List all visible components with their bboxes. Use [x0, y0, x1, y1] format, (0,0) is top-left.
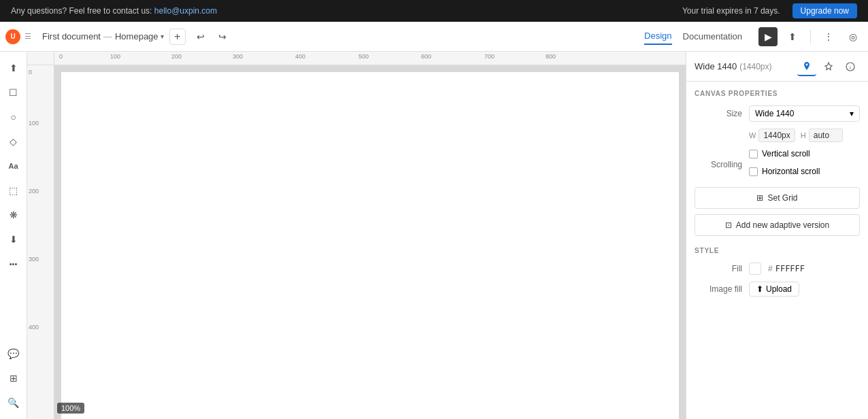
size-label: Size	[695, 109, 742, 118]
info-panel-tab[interactable]: i	[841, 57, 860, 76]
canvas-body: 0 100 200 300 400 100%	[27, 65, 686, 419]
ruler-row: 0 100 200 300 400 500 600 700 800	[27, 52, 686, 65]
canvas-size-label: Wide 1440	[695, 61, 737, 71]
play-button[interactable]: ▶	[758, 27, 778, 46]
grid-icon: ⊞	[756, 193, 763, 203]
ellipse-icon[interactable]: ○	[3, 106, 24, 128]
contact-email-link[interactable]: hello@uxpin.com	[154, 6, 217, 16]
separator	[810, 30, 811, 44]
style-section-title: STYLE	[695, 247, 860, 254]
panel-tabs: i	[797, 57, 860, 76]
comments-icon[interactable]: 💬	[3, 343, 24, 365]
preview-button[interactable]: ◎	[844, 27, 863, 46]
top-notification-bar: Any questions? Feel free to contact us: …	[0, 0, 868, 22]
horizontal-ruler: 0 100 200 300 400 500 600 700 800	[54, 52, 686, 65]
interactions-panel-tab[interactable]	[819, 57, 838, 76]
undo-button[interactable]: ↩	[191, 27, 210, 46]
design-nav-tab[interactable]: Design	[644, 28, 671, 45]
add-adaptive-label: Add new adaptive version	[736, 220, 829, 230]
vertical-scroll-checkbox[interactable]	[749, 150, 758, 158]
undo-redo-group: ↩ ↪	[191, 27, 232, 46]
set-grid-button[interactable]: ⊞ Set Grid	[695, 187, 860, 209]
scroll-options: Vertical scroll Horizontal scroll	[749, 149, 820, 180]
style-section: STYLE Fill # FFFFFF Image fill ⬆ Upload	[695, 247, 860, 297]
upgrade-button[interactable]: Upgrade now	[792, 3, 857, 18]
panel-header: Wide 1440 (1440px) i	[686, 52, 868, 82]
layers-icon[interactable]: ⊞	[3, 367, 24, 389]
add-page-button[interactable]: +	[169, 29, 186, 45]
share-button[interactable]: ⬆	[783, 27, 802, 46]
import-icon[interactable]: ⬇	[3, 229, 24, 250]
breadcrumb-separator: —	[103, 31, 112, 41]
height-value[interactable]: auto	[809, 129, 843, 142]
cursor-icon[interactable]: ⬆	[3, 57, 24, 79]
v-ruler-tick: 100	[27, 120, 39, 127]
document-name: First document	[42, 31, 101, 41]
svg-text:i: i	[850, 65, 851, 71]
ruler-tick: 0	[58, 52, 63, 60]
image-fill-property-row: Image fill ⬆ Upload	[695, 282, 860, 297]
image-fill-label: Image fill	[695, 284, 742, 294]
fill-label: Fill	[695, 264, 742, 273]
size-property-row: Size Wide 1440 ▾	[695, 105, 860, 122]
rectangle-icon[interactable]: ☐	[3, 82, 24, 103]
canvas-size-info: Wide 1440 (1440px)	[695, 61, 772, 71]
logo-area: U ☰	[5, 29, 31, 44]
zoom-indicator: 100%	[57, 403, 84, 414]
fill-hash: #	[768, 264, 773, 273]
v-ruler-tick: 0	[27, 69, 32, 76]
menu-icon[interactable]: ☰	[24, 32, 31, 41]
ruler-tick: 500	[357, 52, 369, 60]
fill-color-swatch[interactable]	[749, 263, 761, 275]
vertical-scroll-row: Vertical scroll	[749, 149, 820, 158]
component-icon[interactable]: ◇	[3, 131, 24, 152]
height-field: H auto	[801, 129, 843, 142]
size-dropdown-value: Wide 1440	[755, 109, 794, 118]
breadcrumb: First document — Homepage ▾	[42, 31, 164, 41]
fill-hex-value[interactable]: FFFFFF	[775, 264, 805, 273]
scrolling-label: Scrolling	[695, 160, 742, 169]
documentation-nav-tab[interactable]: Documentation	[683, 29, 742, 44]
redo-button[interactable]: ↪	[213, 27, 232, 46]
right-panel: Wide 1440 (1440px) i	[686, 52, 868, 419]
panel-options-button[interactable]: ⋮	[819, 27, 838, 46]
canvas-properties-title: CANVAS PROPERTIES	[695, 90, 860, 97]
toolbar-actions: ▶ ⬆ ⋮ ◎	[758, 27, 863, 46]
trial-text: Your trial expires in 7 days.	[682, 6, 780, 16]
canvas-wrapper: 0 100 200 300 400 500 600 700 800 0 100 …	[27, 52, 686, 419]
horizontal-scroll-checkbox[interactable]	[749, 167, 758, 176]
vertical-ruler: 0 100 200 300 400	[27, 65, 54, 419]
ruler-tick: 100	[109, 52, 120, 60]
size-dropdown-chevron: ▾	[850, 109, 854, 118]
upload-label: Upload	[766, 284, 792, 294]
page-name: Homepage	[115, 31, 158, 41]
ruler-tick: 400	[294, 52, 305, 60]
size-dropdown[interactable]: Wide 1440 ▾	[749, 105, 860, 122]
plugin-icon[interactable]: ❋	[3, 204, 24, 226]
ruler-tick: 300	[231, 52, 243, 60]
set-grid-label: Set Grid	[767, 193, 797, 203]
canvas-page	[61, 72, 679, 419]
notification-text: Any questions? Feel free to contact us: …	[11, 6, 217, 16]
upload-button[interactable]: ⬆ Upload	[749, 282, 799, 297]
canvas-area[interactable]: 100%	[54, 65, 686, 419]
ruler-tick: 800	[544, 52, 556, 60]
ruler-tick: 700	[483, 52, 495, 60]
text-icon[interactable]: Aa	[3, 155, 24, 177]
image-icon[interactable]: ⬚	[3, 180, 24, 201]
adaptive-icon: ⊡	[725, 220, 732, 230]
width-label: W	[749, 131, 756, 139]
logo-icon[interactable]: U	[5, 29, 20, 44]
add-adaptive-version-button[interactable]: ⊡ Add new adaptive version	[695, 214, 860, 236]
main-layout: ⬆ ☐ ○ ◇ Aa ⬚ ❋ ⬇ ••• 💬 ⊞ 🔍 0 100 200 300…	[0, 52, 868, 419]
page-dropdown[interactable]: Homepage ▾	[115, 31, 164, 41]
horizontal-scroll-label: Horizontal scroll	[762, 167, 820, 176]
design-panel-tab[interactable]	[797, 57, 816, 76]
width-value[interactable]: 1440px	[758, 129, 795, 142]
more-icon[interactable]: •••	[3, 253, 24, 275]
fill-value-group: # FFFFFF	[749, 263, 805, 275]
v-ruler-tick: 200	[27, 188, 39, 195]
wh-row: W 1440px H auto	[749, 129, 860, 142]
search-icon[interactable]: 🔍	[3, 392, 24, 414]
ruler-tick: 600	[420, 52, 431, 60]
